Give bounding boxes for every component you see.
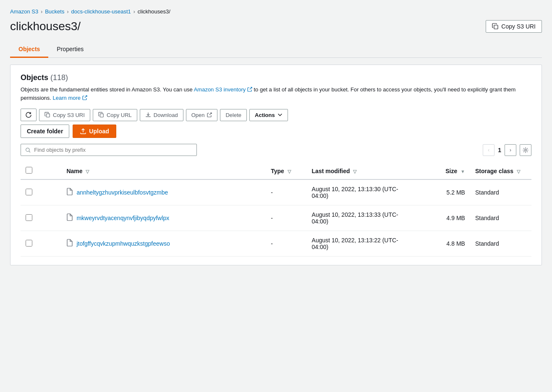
breadcrumb-sep-3: › [133,9,135,15]
panel-description: Objects are the fundamental entities sto… [21,86,531,102]
file-link[interactable]: annheltygzhuvprkiseulbfosvtgzmbe [66,188,261,197]
row-type-cell: - [266,205,306,231]
pagination-controls: ‹ 1 › [483,144,531,156]
panel-count: (118) [50,73,68,82]
row-date-cell: August 10, 2022, 13:13:22 (UTC-04:00) [307,231,419,257]
toolbar-row-2: Create folder Upload [21,125,531,138]
delete-button[interactable]: Delete [220,109,247,121]
row-checkbox[interactable] [26,214,32,221]
learn-more-link[interactable]: Learn more [53,95,87,101]
objects-table: Name ▽ Type ▽ Last modified ▽ Size ▼ [21,163,531,257]
upload-button[interactable]: Upload [73,125,116,138]
copy-s3-uri-header-label: Copy S3 URI [501,23,536,30]
copy-url-icon [98,112,104,118]
search-icon [25,147,31,153]
svg-point-4 [525,149,526,151]
tabs-bar: Objects Properties [10,42,542,58]
copy-s3-uri-toolbar-label: Copy S3 URI [53,112,85,118]
name-sort-icon: ▽ [86,169,89,174]
page-title: clickhouses3/ [10,20,81,33]
download-label: Download [154,112,178,118]
create-folder-button[interactable]: Create folder [21,125,69,138]
actions-label: Actions [255,112,275,118]
row-date-cell: August 10, 2022, 13:13:30 (UTC-04:00) [307,179,419,205]
delete-label: Delete [225,112,241,118]
copy-url-button[interactable]: Copy URL [93,109,137,121]
file-name: mkweyrvdtyacenqynvfjibyqdpyfwlpx [76,215,169,221]
breadcrumb-sep-1: › [41,9,42,15]
type-column-header: Type ▽ [266,163,306,179]
external-link-icon-2 [82,95,87,100]
row-type-cell: - [266,179,306,205]
row-type-cell: - [266,231,306,257]
table-row: annheltygzhuvprkiseulbfosvtgzmbe - Augus… [21,179,531,205]
row-size-cell: 4.8 MB [419,231,470,257]
page-wrapper: Amazon S3 › Buckets › docs-clickhouse-us… [0,0,552,392]
date-sort-icon: ▽ [353,169,356,174]
refresh-button[interactable] [21,109,37,121]
panel-title: Objects (118) [21,73,531,82]
download-button[interactable]: Download [140,109,183,121]
svg-rect-2 [100,114,103,117]
actions-button[interactable]: Actions [249,109,288,121]
file-icon [66,188,73,197]
size-sort-icon: ▼ [460,169,465,174]
file-icon [66,239,73,248]
upload-label: Upload [89,128,109,135]
row-name-cell: jtofgffycqvkzupmhwquzkstgpfeewso [61,231,266,257]
breadcrumb-current: clickhouses3/ [138,8,170,15]
tab-properties[interactable]: Properties [48,42,92,58]
row-checkbox[interactable] [26,240,32,247]
external-link-icon [247,87,252,92]
table-settings-button[interactable] [520,144,531,156]
row-storage-cell: Standard [470,231,531,257]
copy-s3-uri-header-button[interactable]: Copy S3 URI [486,20,542,33]
storage-class-column-header: Storage class ▽ [470,163,531,179]
select-all-checkbox[interactable] [26,167,32,174]
open-external-icon [207,112,212,117]
toolbar-row-1: Copy S3 URI Copy URL Download Open [21,109,531,121]
row-name-cell: annheltygzhuvprkiseulbfosvtgzmbe [61,179,266,205]
select-all-header [21,163,61,179]
table-row: jtofgffycqvkzupmhwquzkstgpfeewso - Augus… [21,231,531,257]
create-folder-label: Create folder [27,128,63,135]
copy-url-label: Copy URL [107,112,132,118]
copy-s3-uri-button[interactable]: Copy S3 URI [39,109,90,121]
name-column-header: Name ▽ [61,163,266,179]
pagination-current: 1 [498,147,501,153]
row-checkbox-cell [21,179,61,205]
file-link[interactable]: mkweyrvdtyacenqynvfjibyqdpyfwlpx [66,213,261,223]
breadcrumb-sep-2: › [67,9,68,15]
breadcrumb-bucket-name[interactable]: docs-clickhouse-useast1 [71,8,131,15]
open-button[interactable]: Open [186,109,218,121]
row-checkbox[interactable] [26,189,32,195]
search-row: ‹ 1 › [21,144,531,156]
row-checkbox-cell [21,231,61,257]
search-input[interactable] [34,147,192,153]
row-storage-cell: Standard [470,205,531,231]
last-modified-column-header: Last modified ▽ [307,163,419,179]
upload-icon [80,128,86,135]
size-column-header: Size ▼ [419,163,470,179]
tab-objects[interactable]: Objects [10,42,48,58]
amazon-s3-inventory-link[interactable]: Amazon S3 inventory [194,86,254,93]
breadcrumb-amazon-s3[interactable]: Amazon S3 [10,8,38,15]
open-label: Open [191,112,205,118]
breadcrumb-buckets[interactable]: Buckets [45,8,64,15]
file-name: jtofgffycqvkzupmhwquzkstgpfeewso [76,240,170,247]
copy-icon-toolbar [44,112,50,118]
row-size-cell: 4.9 MB [419,205,470,231]
download-icon [145,112,151,118]
row-name-cell: mkweyrvdtyacenqynvfjibyqdpyfwlpx [61,205,266,231]
search-input-wrapper [21,144,197,156]
file-icon [66,213,73,223]
gear-icon [523,147,528,153]
file-link[interactable]: jtofgffycqvkzupmhwquzkstgpfeewso [66,239,261,248]
pagination-next-button[interactable]: › [505,144,516,156]
svg-rect-0 [494,25,498,29]
actions-chevron-icon [277,112,283,117]
refresh-icon [25,112,32,118]
main-panel: Objects (118) Objects are the fundamenta… [10,65,542,265]
breadcrumb: Amazon S3 › Buckets › docs-clickhouse-us… [10,8,542,15]
pagination-prev-button[interactable]: ‹ [483,144,494,156]
